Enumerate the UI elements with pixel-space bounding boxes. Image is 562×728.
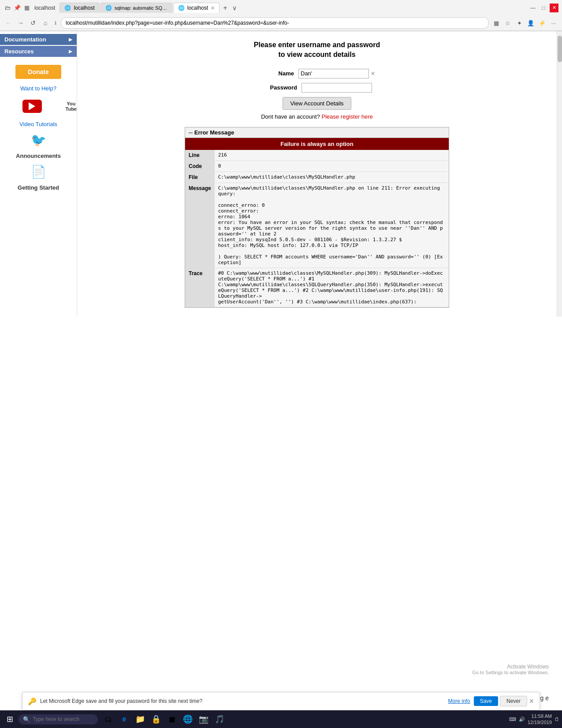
pdf-icon-container: 📄 (0, 162, 77, 182)
taskbar-search-icon: 🔍 (23, 716, 30, 723)
taskbar-search-input[interactable] (33, 716, 86, 722)
favorites-icon[interactable]: ☆ (503, 18, 513, 28)
error-table-row: File C:\wamp\www\mutillidae\classes\MySQ… (185, 172, 449, 183)
browser-menu-icon[interactable]: 🗁 (4, 4, 11, 12)
window-controls: — □ ✕ (529, 4, 558, 12)
browser-grid-icon[interactable]: ▦ (23, 4, 31, 12)
error-header: Failure is always an option (185, 138, 449, 150)
resources-arrow-icon: ▶ (69, 49, 72, 54)
more-info-link[interactable]: More info (448, 698, 470, 704)
sidebar-documentation[interactable]: Documentation ▶ (0, 34, 77, 45)
youtube-logo-area: YouTube (0, 97, 77, 116)
save-bar-close-button[interactable]: ✕ (529, 698, 534, 705)
register-link[interactable]: Please register here (322, 113, 373, 120)
taskbar-volume-icon: 🔊 (519, 717, 525, 722)
security-icon: ℹ (53, 20, 58, 26)
new-tab-button[interactable]: + (220, 4, 230, 12)
home-button[interactable]: ⌂ (41, 18, 50, 28)
taskbar-notification-icon[interactable]: 🗒 (555, 717, 559, 722)
tab-chevron-icon[interactable]: ∨ (231, 4, 238, 11)
page-heading: Please enter username and password to vi… (185, 40, 449, 60)
documentation-label: Documentation (4, 36, 46, 43)
taskbar-apps: 🗂 e 📁 🔒 ◼ 🌐 📷 🎵 (101, 712, 227, 726)
start-button[interactable]: ⊞ (3, 712, 17, 726)
error-section-title: ─ Error Message (185, 127, 449, 138)
password-input[interactable] (301, 83, 372, 93)
forward-button[interactable]: → (16, 18, 26, 28)
more-icon[interactable]: ··· (549, 18, 558, 28)
video-tutorials-link[interactable]: Video Tutorials (0, 118, 77, 130)
name-input[interactable] (298, 69, 369, 78)
reader-mode-icon[interactable]: ▦ (491, 18, 501, 28)
taskbar-app-music[interactable]: 🎵 (212, 712, 227, 726)
tab-localhost-active[interactable]: 🌐 localhost ✕ (173, 3, 220, 13)
activate-line1: Activate Windows (472, 664, 549, 670)
donate-button[interactable]: Donate (15, 65, 61, 79)
error-row-value-3: C:\wamp\www\mutillidae\classes\MySQLHand… (215, 183, 449, 268)
taskbar-app-files[interactable]: 🗂 (101, 712, 115, 726)
youtube-container: YouTube (0, 97, 77, 116)
browser-app-name: localhost (33, 5, 57, 11)
heading-line1: Please enter username and password (185, 40, 449, 50)
taskbar-date: 12/19/2019 (528, 719, 552, 725)
taskbar-search-area: 🔍 (19, 714, 98, 724)
taskbar: ⊞ 🔍 🗂 e 📁 🔒 ◼ 🌐 📷 🎵 ⌨ 🔊 11:58 AM 12/19/2… (0, 710, 562, 728)
close-button[interactable]: ✕ (550, 4, 558, 12)
minimize-button[interactable]: — (529, 4, 537, 12)
announcements-label: Announcements (0, 150, 77, 162)
refresh-button[interactable]: ↺ (28, 18, 38, 28)
taskbar-app-store[interactable]: 🔒 (149, 712, 163, 726)
taskbar-app-camera[interactable]: 📷 (197, 712, 211, 726)
youtube-play-icon (29, 102, 35, 110)
profile-icon[interactable]: 👤 (526, 18, 536, 28)
browser-content: Documentation ▶ Resources ▶ Donate Want … (0, 31, 562, 317)
collections-icon[interactable]: ✦ (514, 18, 524, 28)
browser-icon-group: 🗁 📌 ▦ localhost (4, 4, 57, 12)
tab-localhost-1[interactable]: 🌐 localhost (60, 3, 99, 13)
error-table: Line 216 Code 0 File C:\wamp\www\mutilli… (185, 150, 449, 307)
want-to-help-link[interactable]: Want to Help? (0, 82, 77, 94)
taskbar-app-edge[interactable]: e (117, 712, 131, 726)
browser-pin-icon[interactable]: 📌 (13, 4, 21, 12)
address-input[interactable] (61, 17, 489, 29)
back-button[interactable]: ← (4, 18, 13, 28)
youtube-icon (22, 100, 42, 113)
error-table-row: Message C:\wamp\www\mutillidae\classes\M… (185, 183, 449, 268)
name-label: Name (259, 70, 298, 77)
no-account-text: Dont have an account? (261, 113, 320, 120)
extensions-icon[interactable]: ⚡ (537, 18, 547, 28)
taskbar-app-media[interactable]: ◼ (165, 712, 179, 726)
error-row-value-4: #0 C:\wamp\www\mutillidae\classes\MySQLH… (215, 268, 449, 307)
scrollbar-thumb[interactable] (558, 36, 562, 62)
tab-close-icon[interactable]: ✕ (211, 5, 215, 11)
maximize-button[interactable]: □ (539, 4, 548, 12)
tab-sqlmap[interactable]: 🌐 sqlmap: automatic SQL inje... (100, 3, 172, 13)
password-row: Password (185, 83, 449, 93)
password-label: Password (262, 84, 301, 91)
sidebar: Documentation ▶ Resources ▶ Donate Want … (0, 31, 77, 317)
error-row-value-0: 216 (215, 150, 449, 161)
name-row: Name ✕ (185, 69, 449, 78)
taskbar-app-explorer[interactable]: 📁 (133, 712, 147, 726)
tab-icon-1: 🌐 (64, 5, 71, 11)
error-row-label-3: Message (185, 183, 215, 268)
register-text: Dont have an account? Please register he… (185, 113, 449, 120)
view-account-details-button[interactable]: View Account Details (283, 97, 351, 110)
error-row-value-1: 0 (215, 161, 449, 172)
name-clear-button[interactable]: ✕ (371, 71, 375, 77)
sidebar-resources[interactable]: Resources ▶ (0, 46, 77, 57)
key-icon: 🔑 (28, 697, 37, 706)
resources-label: Resources (4, 48, 33, 55)
activate-windows-watermark: Activate Windows Go to Settings to activ… (472, 664, 549, 675)
never-save-button[interactable]: Never (500, 696, 527, 706)
error-row-label-0: Line (185, 150, 215, 161)
error-table-row: Line 216 (185, 150, 449, 161)
youtube-text: YouTube (66, 101, 77, 112)
main-content: Please enter username and password to vi… (77, 31, 557, 317)
error-row-value-2: C:\wamp\www\mutillidae\classes\MySQLHand… (215, 172, 449, 183)
save-password-button[interactable]: Save (474, 696, 498, 706)
getting-started-label: Getting Started (0, 182, 77, 194)
taskbar-app-browser[interactable]: 🌐 (181, 712, 195, 726)
scrollbar[interactable] (557, 31, 562, 317)
pdf-icon: 📄 (31, 165, 46, 179)
